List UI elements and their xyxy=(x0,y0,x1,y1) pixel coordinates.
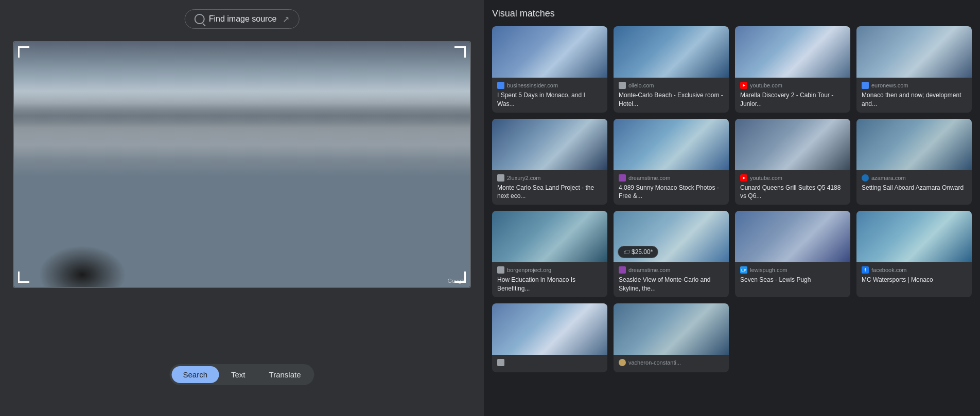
facebook-favicon-icon: f xyxy=(862,266,869,274)
match-thumbnail xyxy=(856,211,972,262)
match-card[interactable]: f facebook.com MC Watersports | Monaco xyxy=(856,211,972,297)
match-source: LP lewispugh.com xyxy=(740,266,845,274)
match-title: Seaside View of Monte-Carlo and Skyline,… xyxy=(619,276,724,293)
visual-matches-title: Visual matches xyxy=(492,8,972,19)
match-info: dreamstime.com Seaside View of Monte-Car… xyxy=(614,262,729,297)
match-title: 4,089 Sunny Monaco Stock Photos - Free &… xyxy=(619,184,724,201)
tab-text[interactable]: Text xyxy=(220,366,257,383)
match-title: Monte-Carlo Beach - Exclusive room - Hot… xyxy=(619,91,724,108)
match-card[interactable]: olielo.com Monte-Carlo Beach - Exclusive… xyxy=(614,26,729,113)
favicon-icon xyxy=(619,266,626,274)
favicon-icon xyxy=(497,359,504,366)
match-source: youtube.com xyxy=(740,174,845,182)
find-image-source-button[interactable]: Find image source ↗ xyxy=(185,9,300,29)
match-card[interactable]: 2luxury2.com Monte Carlo Sea Land Projec… xyxy=(492,119,607,205)
match-thumbnail xyxy=(856,119,972,170)
match-source: borgenproject.org xyxy=(497,266,602,274)
source-name: businessinsider.com xyxy=(507,82,558,88)
match-title: I Spent 5 Days in Monaco, and I Was... xyxy=(497,91,602,108)
favicon-icon xyxy=(619,359,626,366)
match-card[interactable] xyxy=(492,303,607,372)
match-thumbnail xyxy=(856,26,972,78)
source-name: youtube.com xyxy=(750,175,782,181)
corner-bracket-br xyxy=(454,272,466,283)
match-info: vacheron-constanti... xyxy=(614,355,729,372)
match-thumbnail xyxy=(735,26,850,78)
right-panel: Visual matches businessinsider.com I Spe… xyxy=(484,0,980,416)
match-title: Marella Discovery 2 - Cabin Tour - Junio… xyxy=(740,91,845,108)
source-name: 2luxury2.com xyxy=(507,175,540,181)
match-thumbnail: 🏷 $25.00* xyxy=(614,211,729,262)
left-panel: Find image source ↗ Google Search Text T… xyxy=(0,0,484,416)
match-info xyxy=(492,355,607,372)
match-title: Cunard Queens Grill Suites Q5 4188 vs Q6… xyxy=(740,184,845,201)
match-card[interactable]: youtube.com Marella Discovery 2 - Cabin … xyxy=(735,26,850,113)
external-link-icon: ↗ xyxy=(283,14,289,24)
match-title: MC Watersports | Monaco xyxy=(862,276,967,284)
favicon-icon: LP xyxy=(740,266,747,274)
corner-bracket-tr xyxy=(454,46,466,58)
match-info: 2luxury2.com Monte Carlo Sea Land Projec… xyxy=(492,170,607,205)
match-info: f facebook.com MC Watersports | Monaco xyxy=(856,262,972,288)
tab-translate[interactable]: Translate xyxy=(258,366,312,383)
source-name: olielo.com xyxy=(628,82,654,88)
match-info: azamara.com Setting Sail Aboard Azamara … xyxy=(856,170,972,196)
match-thumbnail xyxy=(735,211,850,262)
price-badge: 🏷 $25.00* xyxy=(618,246,658,258)
match-title: Setting Sail Aboard Azamara Onward xyxy=(862,184,967,192)
match-source: businessinsider.com xyxy=(497,82,602,89)
match-source: dreamstime.com xyxy=(619,174,724,182)
favicon-icon xyxy=(497,266,504,274)
match-title: How Education in Monaco Is Benefiting... xyxy=(497,276,602,293)
match-card[interactable]: azamara.com Setting Sail Aboard Azamara … xyxy=(856,119,972,205)
find-image-source-label: Find image source xyxy=(209,14,277,24)
corner-bracket-bl xyxy=(18,272,29,283)
source-name: dreamstime.com xyxy=(628,267,670,273)
favicon-icon xyxy=(619,82,626,89)
match-thumbnail xyxy=(614,303,729,355)
match-info: youtube.com Marella Discovery 2 - Cabin … xyxy=(735,78,850,113)
favicon-icon xyxy=(619,174,626,182)
tab-search[interactable]: Search xyxy=(171,366,219,383)
match-info: borgenproject.org How Education in Monac… xyxy=(492,262,607,297)
match-source: euronews.com xyxy=(862,82,967,89)
match-thumbnail xyxy=(614,119,729,170)
match-card[interactable]: dreamstime.com 4,089 Sunny Monaco Stock … xyxy=(614,119,729,205)
match-card[interactable]: businessinsider.com I Spent 5 Days in Mo… xyxy=(492,26,607,113)
source-name: youtube.com xyxy=(750,82,782,88)
match-card[interactable]: youtube.com Cunard Queens Grill Suites Q… xyxy=(735,119,850,205)
match-source: 2luxury2.com xyxy=(497,174,602,182)
match-card[interactable]: LP lewispugh.com Seven Seas - Lewis Pugh xyxy=(735,211,850,297)
match-thumbnail xyxy=(492,26,607,78)
match-card[interactable]: borgenproject.org How Education in Monac… xyxy=(492,211,607,297)
match-thumbnail xyxy=(614,26,729,78)
source-name: lewispugh.com xyxy=(750,267,787,273)
youtube-favicon-icon xyxy=(740,174,747,182)
match-source: olielo.com xyxy=(619,82,724,89)
match-title: Monaco then and now; development and... xyxy=(862,91,967,108)
corner-bracket-tl xyxy=(18,46,29,58)
favicon-icon xyxy=(862,174,869,182)
match-info: euronews.com Monaco then and now; develo… xyxy=(856,78,972,113)
monaco-image xyxy=(14,42,470,287)
source-name: borgenproject.org xyxy=(507,267,551,273)
match-source: azamara.com xyxy=(862,174,967,182)
match-card[interactable]: vacheron-constanti... xyxy=(614,303,729,372)
match-source: f facebook.com xyxy=(862,266,967,274)
source-name: facebook.com xyxy=(871,267,906,273)
price-value: $25.00* xyxy=(632,248,653,256)
lens-icon xyxy=(195,14,205,24)
price-tag-icon: 🏷 xyxy=(623,248,629,256)
matches-grid: businessinsider.com I Spent 5 Days in Mo… xyxy=(492,26,972,372)
match-card[interactable]: euronews.com Monaco then and now; develo… xyxy=(856,26,972,113)
match-thumbnail xyxy=(735,119,850,170)
match-thumbnail xyxy=(492,119,607,170)
match-info: youtube.com Cunard Queens Grill Suites Q… xyxy=(735,170,850,205)
match-info: olielo.com Monte-Carlo Beach - Exclusive… xyxy=(614,78,729,113)
match-card[interactable]: 🏷 $25.00* dreamstime.com Seaside View of… xyxy=(614,211,729,297)
match-source: vacheron-constanti... xyxy=(619,359,724,366)
youtube-favicon-icon xyxy=(740,82,747,89)
favicon-icon xyxy=(497,82,504,89)
match-info: dreamstime.com 4,089 Sunny Monaco Stock … xyxy=(614,170,729,205)
source-name: vacheron-constanti... xyxy=(628,359,681,366)
